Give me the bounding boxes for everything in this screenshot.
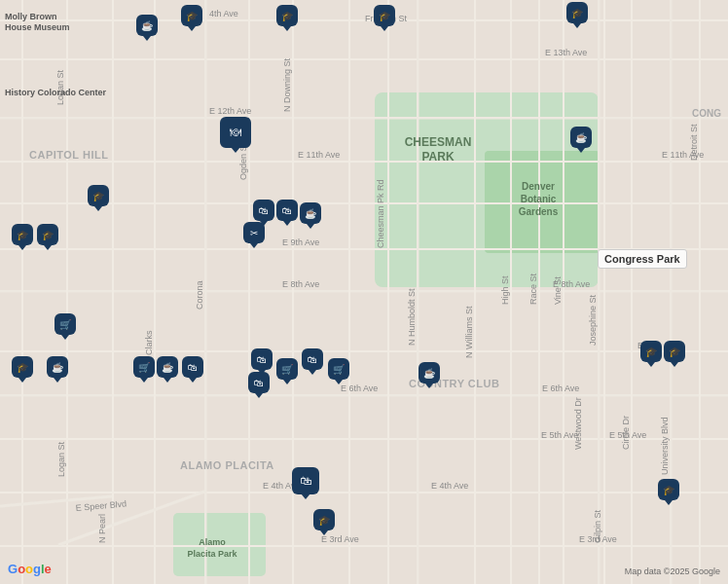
svg-rect-8 bbox=[0, 202, 728, 204]
svg-text:Race St: Race St bbox=[528, 273, 538, 305]
svg-rect-20 bbox=[204, 0, 207, 584]
svg-text:E 9th Ave: E 9th Ave bbox=[282, 237, 319, 247]
svg-text:Denver: Denver bbox=[522, 181, 555, 192]
svg-text:University Blvd: University Blvd bbox=[660, 417, 670, 475]
marker-bag-3[interactable]: 🛍 bbox=[182, 356, 203, 378]
svg-text:Logan St: Logan St bbox=[56, 441, 66, 477]
svg-rect-5 bbox=[0, 58, 728, 60]
marker-education-11[interactable]: 🎓 bbox=[664, 341, 685, 362]
svg-rect-24 bbox=[387, 0, 389, 584]
marker-cart-4[interactable]: 🛒 bbox=[328, 358, 349, 380]
svg-text:House Museum: House Museum bbox=[5, 22, 70, 32]
svg-text:Detroit St: Detroit St bbox=[689, 124, 699, 161]
svg-rect-10 bbox=[0, 290, 728, 293]
marker-bag-5[interactable]: 🛍 bbox=[302, 348, 323, 370]
marker-coffee-3[interactable]: ☕ bbox=[300, 202, 321, 224]
svg-text:N Williams St: N Williams St bbox=[464, 306, 474, 358]
map-container[interactable]: 4th Ave E 13th Ave E 12th Ave E 11th Ave… bbox=[0, 0, 728, 584]
google-logo: Google bbox=[8, 562, 52, 576]
svg-text:E 4th Ave: E 4th Ave bbox=[431, 481, 468, 491]
svg-rect-19 bbox=[154, 0, 156, 584]
marker-education-4[interactable]: 🎓 bbox=[566, 2, 588, 23]
map-svg: 4th Ave E 13th Ave E 12th Ave E 11th Ave… bbox=[0, 0, 728, 584]
marker-education-5[interactable]: 🎓 bbox=[88, 185, 109, 206]
svg-text:Molly Brown: Molly Brown bbox=[5, 12, 57, 21]
marker-bag-7[interactable]: 🛍 bbox=[292, 467, 319, 494]
svg-text:History Colorado Center: History Colorado Center bbox=[5, 88, 107, 97]
svg-rect-15 bbox=[0, 545, 728, 547]
marker-food-1[interactable]: 🍽 bbox=[220, 117, 251, 148]
svg-text:CAPITOL HILL: CAPITOL HILL bbox=[29, 149, 108, 161]
svg-text:Westwood Dr: Westwood Dr bbox=[573, 397, 583, 450]
svg-rect-7 bbox=[0, 161, 728, 163]
svg-text:Gardens: Gardens bbox=[519, 206, 559, 217]
svg-text:E 3rd Ave: E 3rd Ave bbox=[321, 534, 359, 544]
svg-rect-21 bbox=[248, 0, 250, 584]
svg-rect-34 bbox=[603, 0, 605, 584]
svg-text:Alamo: Alamo bbox=[199, 537, 226, 547]
svg-rect-30 bbox=[598, 0, 601, 584]
marker-coffee-4[interactable]: ☕ bbox=[47, 356, 68, 378]
svg-text:Josephine St: Josephine St bbox=[588, 294, 598, 346]
map-attribution: Map data ©2025 Google bbox=[625, 566, 720, 576]
marker-bag-6[interactable]: 🛍 bbox=[248, 372, 270, 393]
svg-text:E 6th Ave: E 6th Ave bbox=[542, 383, 579, 393]
svg-text:Corona: Corona bbox=[195, 280, 204, 310]
svg-rect-14 bbox=[0, 492, 728, 493]
marker-bag-2[interactable]: 🛍 bbox=[276, 200, 298, 221]
marker-cart-1[interactable]: 🛒 bbox=[55, 313, 76, 335]
svg-text:N Pearl: N Pearl bbox=[97, 514, 107, 543]
svg-text:Clarks: Clarks bbox=[144, 330, 154, 355]
svg-text:Circle Dr: Circle Dr bbox=[621, 416, 631, 450]
svg-rect-27 bbox=[510, 0, 512, 584]
svg-text:E 13th Ave: E 13th Ave bbox=[545, 48, 587, 57]
svg-text:E 12th Ave: E 12th Ave bbox=[209, 106, 251, 116]
svg-text:4th Ave: 4th Ave bbox=[209, 9, 238, 18]
svg-rect-4 bbox=[0, 19, 728, 21]
marker-education-9[interactable]: 🎓 bbox=[313, 509, 335, 530]
svg-rect-29 bbox=[563, 0, 564, 584]
marker-education-7[interactable]: 🎓 bbox=[37, 224, 58, 245]
marker-coffee-2[interactable]: ☕ bbox=[570, 127, 592, 148]
svg-rect-26 bbox=[474, 0, 476, 584]
svg-text:High St: High St bbox=[500, 275, 510, 305]
svg-rect-28 bbox=[538, 0, 540, 584]
marker-cart-3[interactable]: 🛒 bbox=[276, 358, 298, 380]
svg-text:PARK: PARK bbox=[421, 150, 454, 164]
marker-education-8[interactable]: 🎓 bbox=[12, 356, 33, 378]
svg-rect-25 bbox=[417, 0, 419, 584]
svg-text:Botanic: Botanic bbox=[521, 194, 557, 204]
marker-education-6[interactable]: 🎓 bbox=[12, 224, 33, 245]
svg-text:Cheesman Pk Rd: Cheesman Pk Rd bbox=[376, 179, 385, 248]
marker-education-12[interactable]: 🎓 bbox=[658, 479, 679, 500]
marker-cart-2[interactable]: 🛒 bbox=[133, 356, 155, 378]
marker-education-10[interactable]: 🎓 bbox=[640, 341, 662, 362]
svg-text:Gilpin St: Gilpin St bbox=[593, 509, 602, 543]
svg-text:CONG: CONG bbox=[692, 108, 721, 119]
svg-text:Vine St: Vine St bbox=[553, 276, 563, 305]
marker-education-3[interactable]: 🎓 bbox=[374, 5, 395, 26]
marker-education-1[interactable]: 🎓 bbox=[181, 5, 202, 26]
marker-bag-4[interactable]: 🛍 bbox=[251, 348, 273, 370]
svg-text:N Humboldt St: N Humboldt St bbox=[407, 288, 417, 346]
svg-rect-11 bbox=[0, 350, 728, 352]
svg-text:E 6th Ave: E 6th Ave bbox=[341, 383, 378, 393]
svg-text:E 8th Ave: E 8th Ave bbox=[282, 279, 319, 289]
svg-rect-12 bbox=[0, 394, 728, 397]
svg-rect-6 bbox=[0, 117, 728, 120]
svg-rect-18 bbox=[112, 0, 114, 584]
marker-scissors-1[interactable]: ✂ bbox=[243, 222, 265, 243]
marker-bag-1[interactable]: 🛍 bbox=[253, 200, 274, 221]
svg-text:E 11th Ave: E 11th Ave bbox=[298, 150, 340, 160]
svg-text:CHEESMAN: CHEESMAN bbox=[405, 135, 472, 149]
svg-text:ALAMO PLACITA: ALAMO PLACITA bbox=[180, 459, 274, 471]
marker-coffee-5[interactable]: ☕ bbox=[157, 356, 178, 378]
svg-rect-23 bbox=[348, 0, 350, 584]
svg-rect-31 bbox=[631, 0, 633, 584]
svg-rect-33 bbox=[699, 0, 701, 584]
congress-park-label: Congress Park bbox=[598, 249, 687, 269]
marker-education-2[interactable]: 🎓 bbox=[276, 5, 298, 26]
marker-coffee-1[interactable]: ☕ bbox=[136, 15, 158, 36]
svg-text:Placita Park: Placita Park bbox=[187, 549, 237, 559]
marker-coffee-6[interactable]: ☕ bbox=[419, 362, 440, 383]
